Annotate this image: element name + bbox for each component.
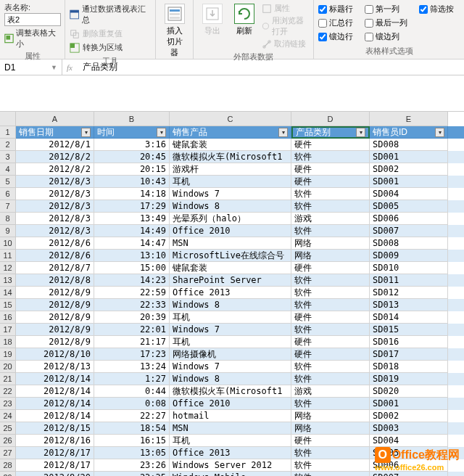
row-head[interactable]: 3	[0, 151, 16, 163]
cell[interactable]: 2012/8/3	[16, 200, 94, 213]
filter-dropdown-icon[interactable]: ▾	[435, 128, 444, 137]
cell[interactable]: Office 2010	[170, 225, 291, 237]
cell[interactable]: 耳机	[170, 336, 291, 348]
cell[interactable]: SD007	[370, 225, 448, 237]
cell[interactable]: 1:27	[94, 373, 170, 385]
cell[interactable]: SD002	[370, 410, 448, 422]
cell[interactable]: 18:54	[94, 422, 170, 435]
cell[interactable]: SD018	[370, 361, 448, 373]
table-header-cell[interactable]: 时间▾	[94, 126, 170, 139]
cell[interactable]: 硬件	[291, 262, 370, 274]
cell[interactable]: 耳机	[170, 176, 291, 188]
cell[interactable]: 软件	[291, 361, 370, 373]
table-name-input[interactable]	[4, 13, 61, 26]
cell[interactable]: Windows 8	[170, 373, 291, 385]
cell[interactable]: 硬件	[291, 139, 370, 151]
filter-button-checkbox[interactable]: 筛选按	[419, 2, 460, 16]
cell[interactable]: Windows 7	[170, 324, 291, 336]
cell[interactable]: 软件	[291, 225, 370, 237]
row-head[interactable]: 12	[0, 262, 16, 274]
select-all-corner[interactable]	[0, 112, 16, 126]
cell[interactable]: SD013	[370, 299, 448, 311]
cell[interactable]: SD004	[370, 435, 448, 447]
cell[interactable]: 2012/8/8	[16, 274, 94, 287]
row-head[interactable]: 21	[0, 373, 16, 385]
cell[interactable]: 0:44	[94, 385, 170, 398]
filter-dropdown-icon[interactable]: ▾	[278, 128, 288, 137]
cell[interactable]: 2012/8/6	[16, 250, 94, 262]
cell[interactable]: 2012/8/9	[16, 287, 94, 299]
cell[interactable]: hotmail	[170, 410, 291, 422]
insert-slicer-button[interactable]: 插入 切片器	[160, 2, 188, 60]
cell[interactable]: 2012/8/15	[16, 422, 94, 435]
row-head[interactable]: 8	[0, 213, 16, 225]
cell[interactable]: Office 2013	[170, 447, 291, 459]
row-head[interactable]: 28	[0, 459, 16, 472]
cell[interactable]: SD006	[370, 213, 448, 225]
cell[interactable]: 13:24	[94, 361, 170, 373]
cell[interactable]: 软件	[291, 299, 370, 311]
row-head[interactable]: 27	[0, 447, 16, 459]
cell[interactable]: SD010	[370, 262, 448, 274]
cell[interactable]: 2012/8/3	[16, 176, 94, 188]
cell[interactable]: 软件	[291, 324, 370, 336]
cell[interactable]: 硬件	[291, 336, 370, 348]
cell[interactable]: SD012	[370, 287, 448, 299]
cell[interactable]: 软件	[291, 274, 370, 287]
cell[interactable]: 硬件	[291, 348, 370, 361]
table-header-cell[interactable]: 销售产品▾	[170, 126, 291, 139]
cell[interactable]: 2012/8/7	[16, 262, 94, 274]
cell[interactable]: 2012/8/9	[16, 299, 94, 311]
cell[interactable]: 2012/8/17	[16, 447, 94, 459]
cell[interactable]: 22:33	[94, 299, 170, 311]
cell[interactable]: 2012/8/9	[16, 324, 94, 336]
refresh-button[interactable]: 刷新	[230, 2, 259, 38]
cell[interactable]: 软件	[291, 200, 370, 213]
cell[interactable]: Windows Server 2012	[170, 459, 291, 472]
cell[interactable]: 网络	[291, 237, 370, 250]
name-box-dropdown-icon[interactable]: ▼	[51, 64, 57, 71]
table-header-cell[interactable]: 产品类别▾	[291, 126, 370, 139]
cell[interactable]: 17:23	[94, 348, 170, 361]
row-head[interactable]: 2	[0, 139, 16, 151]
cell[interactable]: 键鼠套装	[170, 139, 291, 151]
cell[interactable]: 2012/8/14	[16, 385, 94, 398]
row-head[interactable]: 9	[0, 225, 16, 237]
cell[interactable]: 硬件	[291, 163, 370, 176]
cell[interactable]: 20:45	[94, 151, 170, 163]
cell[interactable]: SD008	[370, 237, 448, 250]
header-row-checkbox[interactable]: 标题行	[318, 2, 359, 16]
row-head[interactable]: 25	[0, 422, 16, 435]
row-head[interactable]: 15	[0, 299, 16, 311]
cell[interactable]: 23:26	[94, 459, 170, 472]
cell[interactable]: 13:10	[94, 250, 170, 262]
cell[interactable]: 14:18	[94, 188, 170, 200]
cell[interactable]: 22:27	[94, 410, 170, 422]
row-head[interactable]: 11	[0, 250, 16, 262]
filter-dropdown-icon[interactable]: ▾	[356, 128, 365, 137]
cell[interactable]: SD001	[370, 398, 448, 410]
cell[interactable]: 2012/8/14	[16, 373, 94, 385]
cell[interactable]: SD020	[370, 385, 448, 398]
cell[interactable]: 硬件	[291, 311, 370, 324]
row-head[interactable]: 10	[0, 237, 16, 250]
cell[interactable]: 14:23	[94, 274, 170, 287]
cell[interactable]: 2012/8/2	[16, 163, 94, 176]
cell[interactable]: 0:08	[94, 398, 170, 410]
cell[interactable]: 软件	[291, 373, 370, 385]
col-head-B[interactable]: B	[94, 112, 170, 126]
cell[interactable]: Windows 8	[170, 299, 291, 311]
cell[interactable]: SD016	[370, 336, 448, 348]
row-head[interactable]: 16	[0, 311, 16, 324]
cell[interactable]: 13:05	[94, 447, 170, 459]
cell[interactable]: 10:43	[94, 176, 170, 188]
cell[interactable]: 耳机	[170, 435, 291, 447]
cell[interactable]: Windows Mobile	[170, 472, 291, 476]
cell[interactable]: 软件	[291, 151, 370, 163]
row-head[interactable]: 1	[0, 126, 16, 139]
cell[interactable]: 网络	[291, 410, 370, 422]
cell[interactable]: SD001	[370, 151, 448, 163]
col-head-E[interactable]: E	[370, 112, 448, 126]
table-header-cell[interactable]: 销售员ID▾	[370, 126, 448, 139]
filter-dropdown-icon[interactable]: ▾	[157, 128, 166, 137]
